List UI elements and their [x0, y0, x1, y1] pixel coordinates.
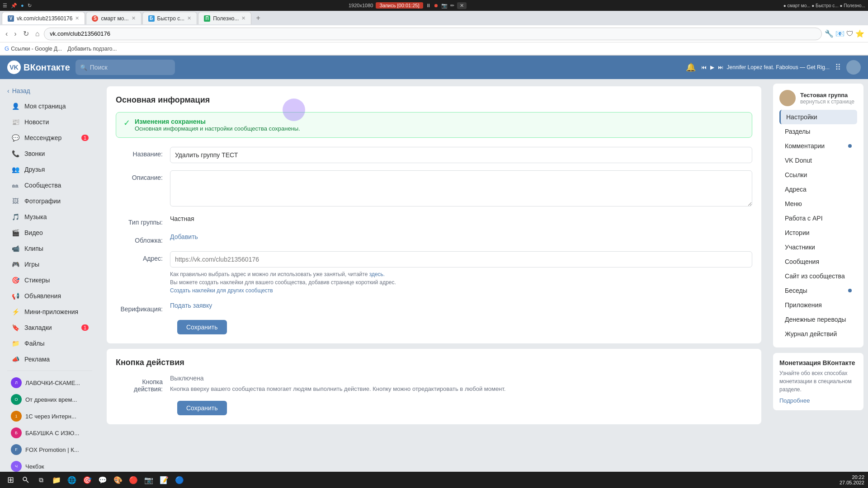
sidebar-community-ot-drevnih[interactable]: О От древних врем...: [4, 391, 96, 408]
tab-close-bystro[interactable]: ✕: [187, 15, 191, 21]
nav-item-addresses[interactable]: Адреса: [779, 182, 857, 197]
sidebar-item-ads[interactable]: 📢 Объявления: [4, 288, 96, 304]
sidebar-item-miniapps[interactable]: ⚡ Мини-приложения: [4, 304, 96, 319]
taskbar-start-button[interactable]: ⊞: [4, 473, 17, 487]
nav-item-menu[interactable]: Меню: [779, 197, 857, 211]
tab-bystro[interactable]: Б Быстро с... ✕: [142, 12, 198, 24]
new-tab-button[interactable]: +: [252, 12, 264, 24]
taskbar-app3[interactable]: 🎨: [111, 473, 125, 487]
tab-close-vk[interactable]: ✕: [75, 15, 79, 21]
verification-apply-link[interactable]: Подать заявку: [170, 298, 212, 309]
name-control: [170, 147, 752, 163]
sidebar-item-files[interactable]: 📁 Файлы: [4, 336, 96, 351]
screenshot-icon[interactable]: 📷: [441, 3, 448, 9]
user-avatar[interactable]: [846, 60, 861, 75]
pause-icon[interactable]: ⏸: [426, 3, 431, 8]
sidebar-item-stickers[interactable]: 🎯 Стикеры: [4, 272, 96, 288]
sidebar-item-messenger[interactable]: 💬 Мессенджер 1: [4, 130, 96, 145]
address-input[interactable]: [170, 251, 752, 267]
form-row-action-button: Кнопка действия: Выключена Кнопка вверху…: [116, 375, 752, 394]
ext-icon-1[interactable]: 🔧: [825, 29, 834, 38]
edit-icon[interactable]: ✏: [450, 3, 454, 9]
nav-item-members[interactable]: Участники: [779, 240, 857, 254]
sidebar-item-communities[interactable]: 🏘 Сообщества: [4, 178, 96, 193]
sidebar-label-stickers: Стикеры: [24, 277, 50, 284]
sidebar-item-calls[interactable]: 📞 Звонки: [4, 146, 96, 161]
tab-close-polezno[interactable]: ✕: [241, 15, 245, 21]
sidebar-item-bookmarks[interactable]: 🔖 Закладки 1: [4, 320, 96, 335]
nav-item-api[interactable]: Работа с API: [779, 211, 857, 225]
name-input[interactable]: [170, 147, 752, 163]
taskbar-app6[interactable]: 📝: [157, 473, 171, 487]
save-button-action[interactable]: Сохранить: [177, 401, 227, 415]
ext-icon-4[interactable]: ⭐: [855, 29, 864, 38]
tab-favicon-polezno: П: [204, 15, 210, 22]
nav-item-vkdonut[interactable]: VK Donut: [779, 153, 857, 168]
ext-icon-2[interactable]: 📧: [835, 29, 844, 38]
refresh-button[interactable]: ↻: [21, 28, 31, 40]
sidebar-item-news[interactable]: 📰 Новости: [4, 114, 96, 130]
nav-item-transfers[interactable]: Денежные переводы: [779, 312, 857, 327]
save-button-main[interactable]: Сохранить: [177, 320, 227, 334]
sidebar-community-fox[interactable]: F FOX Promotion | К...: [4, 441, 96, 458]
monetization-more-link[interactable]: Подробнее: [779, 397, 857, 404]
os-menu-icon[interactable]: ☰: [3, 3, 7, 9]
sidebar-item-friends[interactable]: 👥 Друзья: [4, 162, 96, 177]
nav-item-journal[interactable]: Журнал действий: [779, 327, 857, 341]
taskbar-search-button[interactable]: [19, 473, 33, 487]
close-recording-button[interactable]: ✕: [457, 2, 467, 9]
sidebar-item-clips[interactable]: 📹 Клипы: [4, 241, 96, 256]
taskbar-app7[interactable]: 🔵: [173, 473, 186, 487]
sidebar-item-video[interactable]: 🎬 Видео: [4, 225, 96, 240]
nav-item-comments[interactable]: Комментарии: [779, 139, 857, 153]
sidebar-item-reklama[interactable]: 📣 Реклама: [4, 352, 96, 367]
taskbar-app5[interactable]: 📷: [142, 473, 156, 487]
nav-item-settings[interactable]: Настройки: [779, 110, 857, 124]
taskbar-chrome[interactable]: 🌐: [65, 473, 79, 487]
sidebar-back-button[interactable]: ‹ Назад: [0, 84, 99, 98]
sidebar-item-music[interactable]: 🎵 Музыка: [4, 209, 96, 225]
vk-search-input[interactable]: [75, 60, 175, 75]
ext-icon-3[interactable]: 🛡: [846, 30, 854, 38]
nav-item-messages[interactable]: Сообщения: [779, 254, 857, 269]
tab-polezno[interactable]: П Полезно... ✕: [198, 12, 251, 24]
tab-vkcom[interactable]: V vk.com/club213560176 ✕: [2, 12, 85, 24]
sidebar-community-1s[interactable]: 1 1С через Интерн...: [4, 408, 96, 424]
nav-item-razdely[interactable]: Разделы: [779, 124, 857, 139]
sidebar-item-mypage[interactable]: 👤 Моя страница: [4, 99, 96, 114]
notification-bell-icon[interactable]: 🔔: [686, 62, 696, 72]
nav-item-stories[interactable]: Истории: [779, 225, 857, 240]
tab-smart[interactable]: S смарт мо... ✕: [86, 12, 141, 24]
vk-logo[interactable]: VK ВКонтакте: [7, 61, 70, 74]
cover-add-link[interactable]: Добавить: [170, 230, 198, 240]
forward-button[interactable]: ›: [12, 28, 18, 40]
nav-item-apps[interactable]: Приложения: [779, 298, 857, 312]
taskbar-task-view[interactable]: ⧉: [34, 473, 48, 487]
address-here-link[interactable]: здесь.: [369, 271, 385, 277]
sidebar-community-lavochki[interactable]: Л ЛАВОЧКИ-СКАМЕ...: [4, 375, 96, 391]
address-bar[interactable]: [44, 28, 822, 40]
bookmark-google-links[interactable]: G Ссылки - Google Д...: [5, 45, 62, 52]
taskbar-explorer[interactable]: 📁: [50, 473, 63, 487]
address-stickers-link[interactable]: Создать наклейки для других сообществ: [170, 287, 273, 294]
back-button[interactable]: ‹: [4, 28, 9, 40]
taskbar-app4[interactable]: 🔴: [127, 473, 140, 487]
nav-item-links[interactable]: Ссылки: [779, 168, 857, 182]
taskbar-app1[interactable]: 🎯: [80, 473, 94, 487]
tab-close-smart[interactable]: ✕: [132, 15, 136, 21]
player-next-icon[interactable]: ⏭: [718, 64, 723, 70]
taskbar-app2[interactable]: 💬: [96, 473, 109, 487]
nav-item-site[interactable]: Сайт из сообщества: [779, 269, 857, 283]
player-prev-icon[interactable]: ⏮: [701, 64, 707, 70]
bookmark-add[interactable]: Добавить подзаго...: [67, 46, 117, 52]
right-sidebar-group-link[interactable]: Тестовая группа вернуться к странице: [779, 90, 857, 106]
nav-item-conversations[interactable]: Беседы: [779, 283, 857, 298]
sidebar-community-babushka[interactable]: Б БАБУШКА С ИЗЮ...: [4, 425, 96, 441]
player-play-icon[interactable]: ▶: [710, 64, 714, 70]
sidebar-item-games[interactable]: 🎮 Игры: [4, 257, 96, 272]
sidebar-item-photos[interactable]: 🖼 Фотографии: [4, 193, 96, 209]
stop-icon[interactable]: ⏺: [434, 3, 439, 8]
apps-grid-icon[interactable]: ⠿: [835, 62, 841, 72]
description-textarea[interactable]: [170, 170, 752, 206]
home-button[interactable]: ⌂: [33, 28, 42, 40]
